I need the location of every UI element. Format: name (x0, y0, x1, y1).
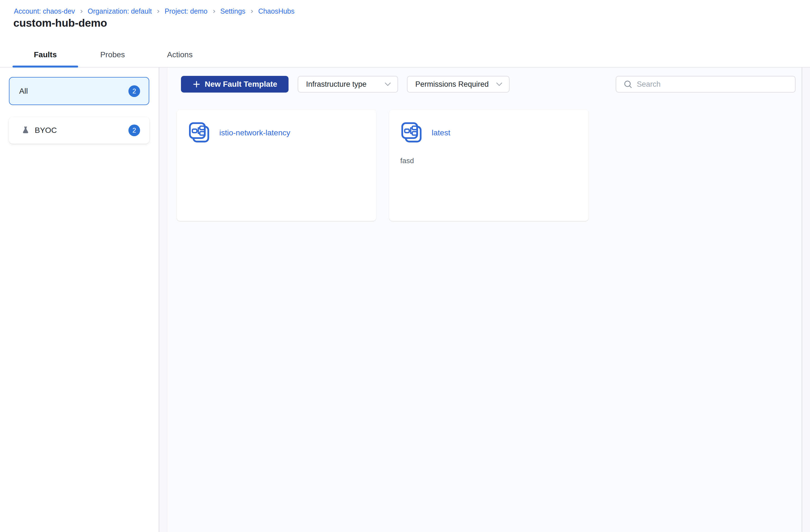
tab-probes[interactable]: Probes (80, 42, 145, 67)
infrastructure-type-label: Infrastructure type (306, 80, 367, 88)
fault-template-title[interactable]: latest (432, 128, 450, 137)
tab-faults[interactable]: Faults (13, 42, 78, 67)
plus-icon (192, 80, 201, 88)
breadcrumb-account-link[interactable]: Account: chaos-dev (14, 7, 75, 16)
category-item-byoc[interactable]: BYOC 2 (9, 117, 149, 144)
tab-bar: Faults Probes Actions (0, 42, 810, 67)
permissions-required-select[interactable]: Permissions Required (407, 76, 509, 93)
breadcrumb-organization-link[interactable]: Organization: default (88, 7, 152, 16)
chaoshub-page: Account: chaos-dev Organization: default… (0, 0, 810, 532)
search-box (616, 76, 796, 93)
chevron-right-icon (156, 9, 160, 14)
breadcrumb: Account: chaos-dev Organization: default… (14, 7, 295, 16)
chevron-right-icon (212, 9, 216, 14)
faults-panel: New Fault Template Infrastructure type P… (168, 67, 801, 532)
breadcrumb-project-link[interactable]: Project: demo (165, 7, 207, 16)
breadcrumb-chaoshubs-link[interactable]: ChaosHubs (258, 7, 295, 16)
category-byoc-count-badge: 2 (128, 125, 140, 136)
fault-template-icon (188, 121, 212, 145)
fault-categories-sidebar: All 2 BYOC 2 (0, 67, 159, 532)
fault-template-list: istio-network-latency (177, 110, 588, 221)
search-icon (623, 80, 632, 88)
category-item-all[interactable]: All 2 (9, 77, 149, 105)
sidebar-scrollbar[interactable] (159, 67, 167, 532)
category-all-count-badge: 2 (128, 85, 140, 97)
flask-icon (21, 126, 30, 135)
fault-template-card-latest[interactable]: latest fasd (389, 110, 588, 221)
chevron-right-icon (249, 9, 254, 14)
breadcrumb-settings-link[interactable]: Settings (221, 7, 245, 16)
fault-template-description: fasd (400, 157, 414, 165)
fault-template-icon (400, 121, 424, 145)
new-fault-template-label: New Fault Template (205, 80, 277, 88)
fault-template-card-istio-network-latency[interactable]: istio-network-latency (177, 110, 376, 221)
category-all-label: All (19, 87, 28, 96)
content-scrollbar[interactable] (801, 67, 810, 532)
chevron-down-icon (496, 82, 502, 86)
new-fault-template-button[interactable]: New Fault Template (181, 76, 289, 93)
infrastructure-type-select[interactable]: Infrastructure type (298, 76, 398, 93)
search-input[interactable] (637, 77, 795, 92)
chevron-right-icon (79, 9, 84, 14)
category-byoc-label: BYOC (35, 126, 57, 135)
chevron-down-icon (385, 82, 391, 86)
permissions-required-label: Permissions Required (415, 80, 489, 88)
fault-template-title[interactable]: istio-network-latency (219, 128, 290, 137)
page-title: custom-hub-demo (13, 16, 107, 30)
tab-actions[interactable]: Actions (147, 42, 213, 67)
